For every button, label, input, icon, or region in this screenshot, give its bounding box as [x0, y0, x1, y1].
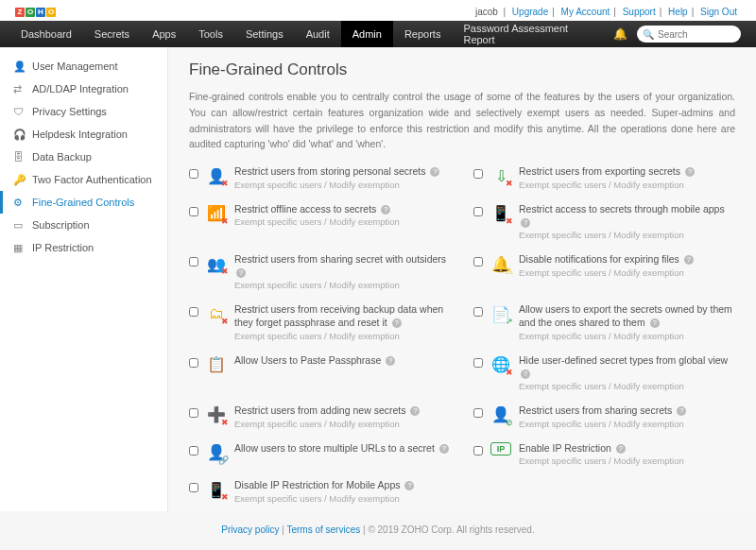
exempt-link[interactable]: Exempt specific users / Modify exemption — [234, 180, 451, 190]
page-title: Fine-Grained Controls — [189, 60, 735, 79]
help-icon[interactable]: ? — [430, 167, 439, 177]
checkbox[interactable] — [189, 358, 198, 368]
checkbox[interactable] — [473, 257, 483, 266]
control-title: Restrict access to secrets through mobil… — [519, 203, 725, 215]
exempt-link[interactable]: Exempt specific users / Modify exemption — [234, 280, 451, 290]
checkbox[interactable] — [189, 207, 198, 216]
help-icon[interactable]: ? — [410, 406, 420, 416]
footer-privacy[interactable]: Privacy policy — [221, 524, 279, 535]
checkbox[interactable] — [473, 408, 483, 418]
admin-sidebar: 👤User Management ⇄AD/LDAP Integration 🛡P… — [0, 47, 168, 511]
checkbox[interactable] — [189, 408, 198, 418]
control-restrict-offline: 📶✖ Restrict offline access to secrets ?E… — [189, 203, 451, 240]
sidebar-item-label: Data Backup — [32, 151, 92, 163]
controls-grid: 👤✖ Restrict users from storing personal … — [189, 165, 735, 504]
help-icon[interactable]: ? — [386, 356, 395, 366]
control-title: Enable IP Restriction — [519, 442, 611, 454]
sidebar-item-data-backup[interactable]: 🗄Data Backup — [0, 146, 167, 168]
exempt-link[interactable]: Exempt specific users / Modify exemption — [519, 381, 735, 391]
exempt-link[interactable]: Exempt specific users / Modify exemption — [519, 180, 735, 190]
help-icon[interactable]: ? — [521, 218, 530, 228]
footer-copyright: | © 2019 ZOHO Corp. All rights reserved. — [363, 524, 535, 535]
control-restrict-mobile: 📱✖ Restrict access to secrets through mo… — [473, 203, 735, 240]
sidebar-item-helpdesk[interactable]: 🎧Helpdesk Integration — [0, 123, 167, 146]
control-title: Allow users to export the secrets owned … — [519, 303, 732, 328]
exempt-link[interactable]: Exempt specific users / Modify exemption — [519, 230, 735, 240]
tab-admin[interactable]: Admin — [341, 21, 393, 47]
checkbox[interactable] — [189, 446, 198, 455]
exempt-link[interactable]: Exempt specific users / Modify exemption — [519, 455, 735, 466]
checkbox[interactable] — [189, 257, 198, 266]
footer-terms[interactable]: Terms of services — [286, 524, 360, 535]
exempt-link[interactable]: Exempt specific users / Modify exemption — [234, 331, 451, 341]
sidebar-item-ad-ldap[interactable]: ⇄AD/LDAP Integration — [0, 77, 167, 100]
content: Fine-Grained Controls Fine-grained contr… — [168, 47, 756, 511]
link-help[interactable]: Help — [668, 7, 688, 17]
link-upgrade[interactable]: Upgrade — [512, 7, 548, 17]
sidebar-item-fine-grained[interactable]: ⚙Fine-Grained Controls — [0, 191, 167, 214]
help-icon[interactable]: ? — [650, 318, 660, 328]
search-box[interactable]: 🔍 — [637, 26, 741, 43]
help-icon[interactable]: ? — [684, 255, 694, 265]
checkbox[interactable] — [473, 169, 483, 179]
tab-reports[interactable]: Reports — [393, 21, 453, 47]
tab-password-assessment[interactable]: Password Assessment Report — [452, 21, 613, 47]
checkbox[interactable] — [189, 307, 198, 317]
checkbox[interactable] — [189, 483, 198, 492]
checkbox[interactable] — [473, 446, 483, 455]
current-user: jacob — [475, 7, 498, 17]
footer: Privacy policy | Terms of services | © 2… — [0, 511, 756, 542]
zoho-logo: ZOHO — [15, 8, 56, 17]
control-allow-export-owned: 📄↗ Allow users to export the secrets own… — [473, 303, 735, 340]
control-restrict-share: 👤⊘ Restrict users from sharing secrets ?… — [473, 404, 735, 429]
help-icon[interactable]: ? — [236, 268, 246, 278]
help-icon[interactable]: ? — [404, 481, 414, 490]
control-allow-paste: 📋 Allow Users to Paste Passphrase ? — [189, 354, 451, 391]
help-icon[interactable]: ? — [392, 318, 402, 328]
sync-icon: ⇄ — [13, 83, 25, 95]
sidebar-item-privacy[interactable]: 🛡Privacy Settings — [0, 100, 167, 123]
notifications-icon[interactable]: 🔔 — [613, 27, 627, 41]
tab-audit[interactable]: Audit — [295, 21, 341, 47]
help-icon[interactable]: ? — [616, 444, 626, 454]
sidebar-item-2fa[interactable]: 🔑Two Factor Authentication — [0, 168, 167, 191]
control-title: Disable notifications for expiring files — [519, 253, 679, 265]
help-icon[interactable]: ? — [685, 167, 695, 177]
paste-icon: 📋 — [206, 354, 227, 375]
sidebar-item-user-management[interactable]: 👤User Management — [0, 55, 167, 77]
sidebar-item-label: User Management — [32, 60, 118, 72]
tab-secrets[interactable]: Secrets — [83, 21, 141, 47]
tab-tools[interactable]: Tools — [187, 21, 234, 47]
link-support[interactable]: Support — [623, 7, 656, 17]
help-icon[interactable]: ? — [381, 205, 390, 215]
control-title: Disable IP Restriction for Mobile Apps — [234, 479, 400, 490]
exempt-link[interactable]: Exempt specific users / Modify exemption — [519, 267, 735, 278]
checkbox[interactable] — [189, 169, 198, 179]
notify-icon: 🔔⚠ — [490, 253, 511, 274]
sidebar-item-subscription[interactable]: ▭Subscription — [0, 214, 167, 236]
checkbox[interactable] — [473, 207, 483, 216]
help-icon[interactable]: ? — [677, 406, 686, 416]
exempt-link[interactable]: Exempt specific users / Modify exemption — [519, 419, 735, 429]
exempt-link[interactable]: Exempt specific users / Modify exemption — [234, 216, 451, 227]
control-title: Hide user-defined secret types from glob… — [519, 354, 728, 366]
exempt-link[interactable]: Exempt specific users / Modify exemption — [519, 331, 735, 341]
checkbox[interactable] — [473, 307, 483, 317]
sidebar-item-ip-restriction[interactable]: ▦IP Restriction — [0, 236, 167, 259]
help-icon[interactable]: ? — [439, 444, 449, 454]
control-restrict-export: ⇩✖ Restrict users from exporting secrets… — [473, 165, 735, 190]
exempt-link[interactable]: Exempt specific users / Modify exemption — [234, 419, 451, 429]
search-input[interactable] — [658, 29, 733, 40]
link-sign-out[interactable]: Sign Out — [700, 7, 737, 17]
control-title: Restrict users from exporting secrets — [519, 165, 680, 177]
tab-settings[interactable]: Settings — [234, 21, 295, 47]
add-secret-icon: ➕✖ — [206, 404, 227, 425]
exempt-link[interactable]: Exempt specific users / Modify exemption — [234, 493, 451, 504]
checkbox[interactable] — [473, 358, 483, 368]
link-my-account[interactable]: My Account — [561, 7, 610, 17]
help-icon[interactable]: ? — [521, 370, 530, 379]
control-title: Restrict offline access to secrets — [234, 203, 376, 215]
tab-dashboard[interactable]: Dashboard — [9, 21, 83, 47]
user-share-icon: 👤⊘ — [490, 404, 511, 425]
tab-apps[interactable]: Apps — [141, 21, 187, 47]
